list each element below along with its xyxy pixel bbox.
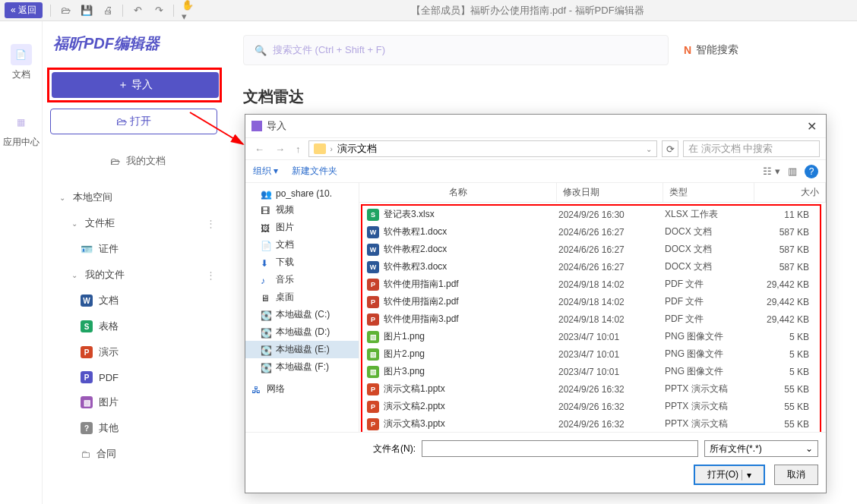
open-button[interactable]: 🗁 打开 [50, 109, 217, 134]
search-placeholder: 搜索文件 (Ctrl + Shift + F) [273, 43, 385, 57]
window-toolbar: « 返回 🗁 💾 🖨 ↶ ↷ ✋▾ 【全部成员】福昕办公使用指南.pdf - 福… [0, 0, 857, 21]
search-icon: 🔍 [255, 45, 267, 56]
nav-pdf[interactable]: PPDF [50, 365, 225, 389]
tree-disk-d[interactable]: 💽本地磁盘 (D:) [245, 323, 359, 341]
tree-network[interactable]: 🖧网络 [245, 380, 359, 398]
hand-tool-icon[interactable]: ✋▾ [182, 4, 195, 17]
nav-back-icon[interactable]: ← [251, 143, 267, 155]
tree-music[interactable]: ♪音乐 [245, 271, 359, 288]
separator [50, 5, 51, 17]
file-row[interactable]: ▧图片1.png2023/4/7 10:01PNG 图像文件5 KB [362, 328, 820, 345]
tree-po-share[interactable]: 👥po_share (10. [245, 186, 359, 201]
network-icon: 🖧 [251, 385, 262, 394]
disk-icon: 💽 [261, 363, 271, 372]
nav-myfiles[interactable]: ⌄我的文件⋮ [50, 262, 225, 288]
filter-dropdown[interactable]: 所有文件(*.*)⌄ [704, 440, 818, 457]
col-date[interactable]: 修改日期 [557, 183, 663, 202]
tree-video[interactable]: 🎞视频 [245, 201, 359, 219]
file-row[interactable]: P软件使用指南2.pdf2024/9/18 14:02PDF 文件29,442 … [362, 293, 820, 310]
file-list-header[interactable]: 名称 修改日期 类型 大小 [359, 183, 826, 203]
nav-forward-icon[interactable]: → [272, 143, 288, 155]
file-row[interactable]: ▧图片2.png2023/4/7 10:01PNG 图像文件5 KB [362, 345, 820, 363]
nav-mydocs[interactable]: 🗁 我的文档 [50, 148, 225, 174]
rail-docs[interactable]: 📄 文档 [11, 44, 32, 81]
docs-icon: 📄 [261, 241, 271, 250]
chevron-right-icon: › [330, 145, 333, 153]
window-title: 【全部成员】福昕办公使用指南.pdf - 福昕PDF编辑器 [203, 4, 852, 17]
filename-input[interactable] [422, 440, 698, 457]
file-row[interactable]: W软件教程3.docx2024/6/26 16:27DOCX 文档587 KB [362, 258, 820, 276]
col-size[interactable]: 大小 [754, 183, 826, 202]
tree-docs[interactable]: 📄文档 [245, 236, 359, 254]
file-row[interactable]: P软件使用指南3.pdf2024/9/18 14:02PDF 文件29,442 … [362, 310, 820, 328]
search-input[interactable]: 🔍 搜索文件 (Ctrl + Shift + F) [243, 35, 669, 65]
refresh-button[interactable]: ⟳ [662, 140, 678, 157]
apps-icon: ▦ [11, 112, 32, 133]
preview-pane-button[interactable]: ▥ [788, 165, 797, 177]
dialog-open-button[interactable]: 打开(O) ▾ [694, 465, 765, 485]
file-row[interactable]: P软件使用指南1.pdf2024/9/18 14:02PDF 文件29,442 … [362, 276, 820, 293]
section-radar-title: 文档雷达 [243, 87, 857, 107]
file-row[interactable]: ▧图片3.png2023/4/7 10:01PNG 图像文件5 KB [362, 363, 820, 380]
dialog-close-button[interactable]: ✕ [804, 119, 820, 134]
music-icon: ♪ [261, 276, 271, 285]
nav-sheet[interactable]: S表格 [50, 313, 225, 339]
undo-icon[interactable]: ↶ [131, 4, 144, 17]
file-row[interactable]: P演示文稿2.pptx2024/9/26 16:32PPTX 演示文稿55 KB [362, 398, 820, 415]
view-mode-button[interactable]: ☷ ▾ [763, 165, 780, 177]
dialog-footer: 文件名(N): 所有文件(*.*)⌄ 打开(O) ▾ 取消 [245, 432, 826, 493]
nav-image[interactable]: ▧图片 [50, 389, 225, 415]
tree-desktop[interactable]: 🖥桌面 [245, 288, 359, 306]
tree-disk-e[interactable]: 💽本地磁盘 (E:) [245, 341, 359, 358]
rail-apps[interactable]: ▦ 应用中心 [3, 112, 40, 149]
dialog-cancel-button[interactable]: 取消 [774, 465, 818, 485]
back-button[interactable]: « 返回 [5, 2, 43, 18]
nav-word[interactable]: W文档 [50, 288, 225, 313]
folder-open-icon[interactable]: 🗁 [59, 4, 72, 17]
file-row[interactable]: W软件教程2.docx2024/6/26 16:27DOCX 文档587 KB [362, 241, 820, 258]
nav-other[interactable]: ?其他 [50, 415, 225, 441]
newfolder-button[interactable]: 新建文件夹 [292, 165, 337, 178]
ai-icon: N [684, 44, 691, 56]
print-icon[interactable]: 🖨 [101, 4, 115, 17]
file-row[interactable]: S登记表3.xlsx2024/9/26 16:30XLSX 工作表11 KB [362, 206, 820, 223]
nav-contract[interactable]: 🗀合同 [50, 441, 225, 467]
file-row[interactable]: W软件教程1.docx2024/6/26 16:27DOCX 文档587 KB [362, 223, 820, 241]
disk-icon: 💽 [261, 345, 271, 354]
col-type[interactable]: 类型 [663, 183, 754, 202]
file-list: 名称 修改日期 类型 大小 S登记表3.xlsx2024/9/26 16:30X… [359, 183, 826, 432]
chevron-down-icon[interactable]: ⌄ [646, 145, 652, 153]
nav-slide[interactable]: P演示 [50, 339, 225, 365]
dialog-app-icon [251, 121, 262, 131]
save-icon[interactable]: 💾 [80, 4, 93, 17]
dialog-search-input[interactable]: 在 演示文档 中搜索 [683, 140, 820, 157]
filename-label: 文件名(N): [373, 443, 416, 455]
breadcrumb[interactable]: › 演示文档 ⌄ [308, 140, 658, 157]
folder-icon [314, 143, 326, 154]
col-name[interactable]: 名称 [359, 183, 557, 202]
nav-cabinet[interactable]: ⌄文件柜⋮ [50, 210, 225, 236]
document-icon: 📄 [11, 44, 32, 65]
image-icon: 🖼 [261, 223, 271, 232]
nav-up-icon[interactable]: ↑ [293, 143, 304, 155]
separator [173, 5, 174, 17]
disk-icon: 💽 [261, 328, 271, 337]
tree-download[interactable]: ⬇下载 [245, 254, 359, 271]
tree-disk-c[interactable]: 💽本地磁盘 (C:) [245, 306, 359, 323]
help-icon[interactable]: ? [805, 165, 818, 178]
nav-cert[interactable]: 🪪 证件 [50, 236, 225, 262]
file-row[interactable]: P演示文稿1.pptx2024/9/26 16:32PPTX 演示文稿55 KB [362, 380, 820, 398]
nav-local[interactable]: ⌄本地空间 [50, 184, 225, 210]
import-button[interactable]: ＋ 导入 [52, 72, 219, 98]
dialog-title: 导入 [267, 119, 286, 133]
file-row[interactable]: P演示文稿3.pptx2024/9/26 16:32PPTX 演示文稿55 KB [362, 415, 820, 432]
video-icon: 🎞 [261, 206, 271, 215]
dialog-toolbar: 组织 ▾ 新建文件夹 ☷ ▾ ▥ ? [245, 160, 826, 183]
organize-menu[interactable]: 组织 ▾ [253, 165, 278, 178]
tree-image[interactable]: 🖼图片 [245, 219, 359, 236]
smart-search-button[interactable]: N 智能搜索 [684, 43, 738, 57]
tree-disk-f[interactable]: 💽本地磁盘 (F:) [245, 358, 359, 376]
redo-icon[interactable]: ↷ [152, 4, 166, 17]
import-dialog: 导入 ✕ ← → ↑ › 演示文档 ⌄ ⟳ 在 演示文档 中搜索 组织 ▾ 新建… [245, 114, 827, 493]
share-icon: 👥 [261, 189, 271, 198]
